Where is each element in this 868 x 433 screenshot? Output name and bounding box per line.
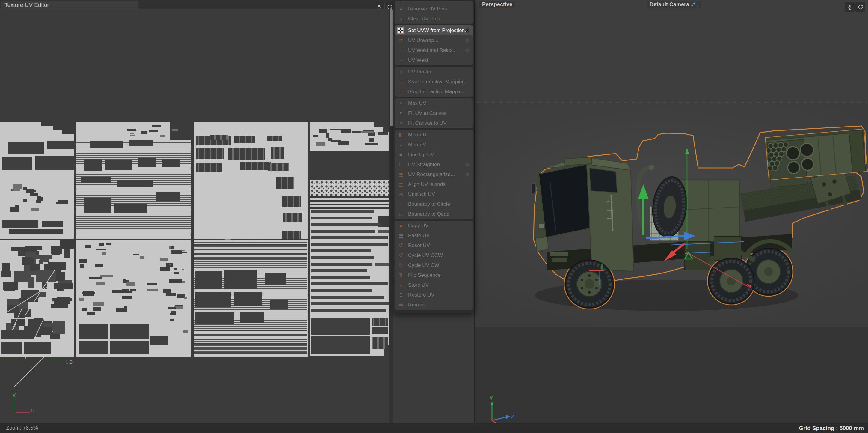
uv-island-fragment <box>64 249 70 258</box>
menu-group: ◧Mirror U◒Mirror V≡Line Up UV∟UV Straigh… <box>395 130 473 219</box>
uv-island-fragment <box>93 307 101 311</box>
application-window: Texture UV Editor 1,0 <box>0 0 868 433</box>
uv-island-fragment <box>79 324 108 339</box>
uv-island-fragment <box>31 208 39 211</box>
menu-item-uv-rectangularize[interactable]: ▦UV Rectangularize...⚙ <box>395 169 473 179</box>
uv-island-fragment <box>240 312 264 323</box>
menu-item-uv-unwrap[interactable]: ≋UV Unwrap...⚙ <box>395 35 473 45</box>
uv-island-fragment <box>42 221 63 227</box>
uv-context-menu: ▪↳Remove UV Pins↳Clear UV PinsSet UVW fr… <box>394 0 474 313</box>
uv-island-fragment <box>160 258 168 261</box>
uv-island-fragment <box>62 130 74 134</box>
uv-island-fragment <box>313 135 318 137</box>
menu-item-flip-sequence[interactable]: ⇅Flip Sequence <box>395 270 473 280</box>
menu-item-clear-uv-pins[interactable]: ↳Clear UV Pins <box>395 14 473 24</box>
menu-item-item[interactable]: ▪ <box>395 1 473 4</box>
menu-item-set-uvw-from-projection[interactable]: Set UVW from Projection...⚙ <box>395 26 473 35</box>
uv-island-fragment <box>101 252 106 255</box>
uv-island-fragment <box>140 256 145 259</box>
max-uv-icon: × <box>398 100 404 107</box>
menu-item-cycle-uv-cw[interactable]: ↻Cycle UV CW <box>395 260 473 270</box>
menu-item-start-interactive-mapping[interactable]: ◲Start Interactive Mapping <box>395 77 473 87</box>
uv-island-fragment <box>39 260 43 264</box>
uv-island-fragment <box>7 305 19 313</box>
uv-straighten-icon: ∟ <box>398 162 404 168</box>
menu-item-unstitch-uv[interactable]: ⋈Unstitch UV <box>395 189 473 199</box>
gizmo-y-axis-tip[interactable] <box>685 147 689 153</box>
menu-item-label: Reset UV <box>408 242 430 249</box>
gear-icon[interactable]: ⚙ <box>465 161 470 168</box>
menu-item-align-uv-islands[interactable]: ▤Align UV Islands <box>395 179 473 189</box>
menu-item-restore-uv[interactable]: ↥Restore UV <box>395 290 473 300</box>
menu-item-mirror-v[interactable]: ◒Mirror V <box>395 140 473 150</box>
uv-island-fragment <box>310 198 391 200</box>
menu-item-fit-uv-to-canvas[interactable]: ×Fit UV to Canvas <box>395 108 473 118</box>
menu-group: ▣Copy UV▤Paste UV↺Reset UV↺Cycle UV CCW↻… <box>395 221 473 310</box>
uv-island-fragment <box>11 247 26 251</box>
menu-item-stop-interactive-mapping[interactable]: ◰Stop Interactive Mapping <box>395 87 473 96</box>
menu-item-remove-uv-pins[interactable]: ↳Remove UV Pins <box>395 4 473 14</box>
menu-item-label: Store UV <box>408 282 429 288</box>
menu-item-max-uv[interactable]: ×Max UV <box>395 98 473 108</box>
menu-item-boundary-to-quad[interactable]: □Boundary to Quad <box>395 209 473 219</box>
uv-island-fragment <box>141 131 147 134</box>
menu-item-mirror-u[interactable]: ◧Mirror U <box>395 130 473 140</box>
menu-item-paste-uv[interactable]: ▤Paste UV <box>395 231 473 240</box>
menu-item-label: Fit Canvas to UV <box>408 120 447 126</box>
uv-tile <box>76 240 191 357</box>
menu-item-uv-weld-and-relax[interactable]: +UV Weld and Relax...⚙ <box>395 45 473 55</box>
menu-item-label: Cycle UV CCW <box>408 253 443 258</box>
gear-icon[interactable]: ⚙ <box>465 171 470 178</box>
uv-island-fragment <box>2 221 38 228</box>
uv-island-fragment <box>81 177 111 183</box>
uv-rectangularize-icon: ▦ <box>398 172 404 177</box>
menu-item-label: Copy UV <box>408 223 429 229</box>
uv-island-fragment <box>133 254 139 255</box>
store-uv-icon: ↧ <box>398 282 404 288</box>
menu-item-uv-peeler[interactable]: ▯UV Peeler <box>395 67 473 77</box>
uv-scrollbar-thumb[interactable] <box>390 9 393 126</box>
perspective-viewport[interactable]: Perspective Default Camera <box>475 0 868 423</box>
menu-item-reset-uv[interactable]: ↺Reset UV <box>395 240 473 250</box>
status-bar: Zoom: 78.5% Grid Spacing : 5000 mm <box>0 423 868 433</box>
menu-group: ▪↳Remove UV Pins↳Clear UV Pins <box>395 1 473 24</box>
start-interactive-mapping-icon: ◲ <box>398 79 404 85</box>
menu-item-remap[interactable]: ⇌Remap... <box>395 300 473 310</box>
uv-island-fragment <box>270 300 288 309</box>
uv-scrollbar-track[interactable] <box>389 9 393 423</box>
uv-island-fragment <box>110 324 149 339</box>
uv-weld-icon: + <box>398 57 404 63</box>
uv-island-fragment <box>57 283 64 291</box>
uv-island-fragment <box>282 231 302 239</box>
uv-island-fragment <box>311 236 388 239</box>
menu-group: Set UVW from Projection...⚙≋UV Unwrap...… <box>395 26 473 65</box>
uv-island-fragment <box>168 307 176 309</box>
axis-z-label: Z <box>511 414 514 419</box>
uv-island-fragment <box>365 143 378 145</box>
boundary-to-circle-icon: ◌ <box>398 201 404 207</box>
menu-item-copy-uv[interactable]: ▣Copy UV <box>395 221 473 231</box>
uv-island-fragment <box>138 158 156 167</box>
uv-island-fragment <box>311 289 372 292</box>
uv-island-fragment <box>319 128 328 133</box>
axis-y-arrowhead <box>491 401 494 405</box>
gear-icon[interactable]: ⚙ <box>465 37 470 44</box>
uv-editor-title-tab[interactable]: Texture UV Editor <box>1 1 138 9</box>
truck-3d-model[interactable] <box>475 0 868 423</box>
menu-item-fit-canvas-to-uv[interactable]: ×Fit Canvas to UV <box>395 118 473 128</box>
menu-item-cycle-uv-ccw[interactable]: ↺Cycle UV CCW <box>395 250 473 260</box>
menu-item-uv-straighten[interactable]: ∟UV Straighten...⚙ <box>395 160 473 169</box>
uv-island-fragment <box>369 138 374 142</box>
uv-island-fragment <box>330 128 341 131</box>
gear-icon[interactable]: ⚙ <box>465 47 470 54</box>
uv-island-fragment <box>85 245 91 248</box>
gear-icon[interactable]: ⚙ <box>465 27 470 34</box>
panel-divider[interactable] <box>474 0 475 423</box>
menu-item-store-uv[interactable]: ↧Store UV <box>395 280 473 290</box>
rear-wheel-near <box>709 258 754 304</box>
uv-island-fragment <box>234 292 262 306</box>
fit-canvas-to-uv-icon: × <box>398 120 404 126</box>
menu-item-boundary-to-circle[interactable]: ◌Boundary to Circle <box>395 199 473 209</box>
menu-item-uv-weld[interactable]: +UV Weld <box>395 55 473 65</box>
menu-item-line-up-uv[interactable]: ≡Line Up UV <box>395 150 473 160</box>
